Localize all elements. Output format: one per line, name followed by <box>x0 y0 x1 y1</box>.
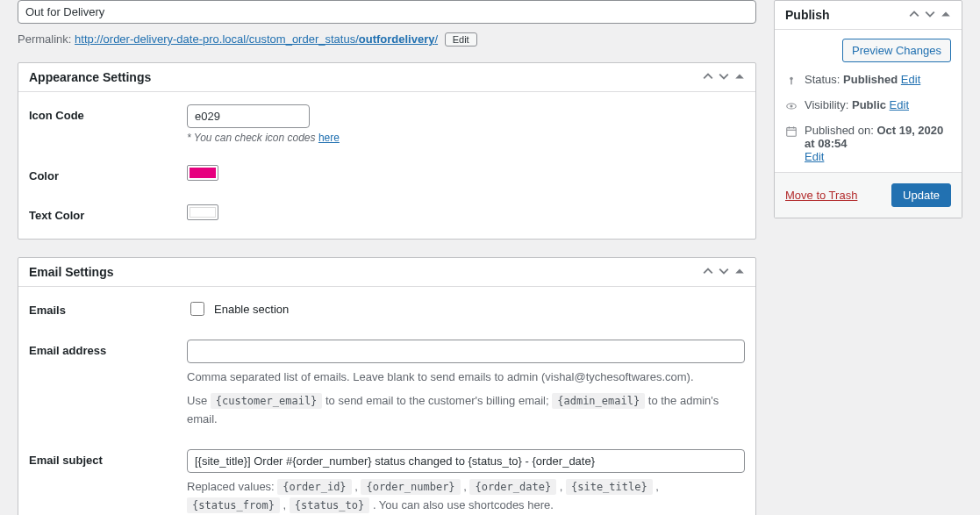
text-color-swatch-inner <box>190 207 216 218</box>
appearance-settings-box: Appearance Settings Icon Code * You can … <box>18 62 756 240</box>
text-color-label: Text Color <box>29 204 187 222</box>
move-up-icon[interactable] <box>703 265 713 279</box>
icon-code-hint: * You can check icon codes here <box>187 132 745 144</box>
code-status-from: {status_from} <box>187 497 280 513</box>
pin-icon <box>785 73 798 89</box>
code-order-id: {order_id} <box>277 479 351 495</box>
move-down-icon[interactable] <box>719 265 729 279</box>
toggle-panel-icon[interactable] <box>734 265 745 279</box>
email-address-desc1: Comma separated list of emails. Leave bl… <box>187 368 745 387</box>
permalink-row: Permalink: http://order-delivery-date-pr… <box>18 32 756 46</box>
visibility-value: Public <box>852 98 886 111</box>
text-color-picker[interactable] <box>187 204 218 220</box>
eye-icon <box>785 98 798 115</box>
code-admin-email: {admin_email} <box>552 393 645 409</box>
enable-section-checkbox[interactable] <box>190 302 204 316</box>
publish-box: Publish Preview Changes Status: Publishe… <box>774 0 962 218</box>
permalink-link[interactable]: http://order-delivery-date-pro.local/cus… <box>75 32 438 46</box>
email-address-input[interactable] <box>187 340 745 363</box>
code-site-title: {site_title} <box>566 479 653 495</box>
email-heading: Email Settings <box>29 265 113 279</box>
move-down-icon[interactable] <box>719 70 729 84</box>
email-subject-input[interactable] <box>187 449 745 473</box>
calendar-icon <box>785 124 798 140</box>
update-button[interactable]: Update <box>891 183 951 207</box>
code-status-to: {status_to} <box>290 497 369 513</box>
permalink-label: Permalink: <box>18 32 71 46</box>
date-edit-link[interactable]: Edit <box>805 150 824 163</box>
move-up-icon[interactable] <box>703 70 713 84</box>
permalink-edit-button[interactable]: Edit <box>445 32 477 46</box>
appearance-heading: Appearance Settings <box>29 70 151 84</box>
code-customer-email: {customer_email} <box>211 393 323 409</box>
visibility-edit-link[interactable]: Edit <box>890 98 909 111</box>
color-swatch-inner <box>190 168 216 178</box>
move-down-icon[interactable] <box>925 8 935 22</box>
publish-heading: Publish <box>785 8 830 22</box>
post-title-input[interactable] <box>18 0 756 24</box>
email-address-desc2: Use {customer_email} to send email to th… <box>187 392 745 429</box>
status-edit-link[interactable]: Edit <box>901 73 920 86</box>
email-address-label: Email address <box>29 340 187 357</box>
move-up-icon[interactable] <box>909 8 919 22</box>
svg-point-3 <box>790 104 792 107</box>
email-subject-label: Email subject <box>29 449 187 467</box>
toggle-panel-icon[interactable] <box>941 8 951 22</box>
color-label: Color <box>29 165 187 182</box>
icon-code-label: Icon Code <box>29 104 187 122</box>
toggle-panel-icon[interactable] <box>734 70 745 84</box>
emails-label: Emails <box>29 299 187 317</box>
icon-codes-here-link[interactable]: here <box>318 132 340 144</box>
code-order-date: {order_date} <box>469 479 556 495</box>
move-to-trash-link[interactable]: Move to Trash <box>785 189 857 202</box>
enable-section-label: Enable section <box>214 303 289 316</box>
code-order-number: {order_number} <box>361 479 460 495</box>
email-settings-box: Email Settings Emails Enable section <box>18 257 756 515</box>
status-value: Published <box>843 73 898 86</box>
icon-code-input[interactable] <box>187 104 310 128</box>
preview-changes-button[interactable]: Preview Changes <box>842 39 951 62</box>
color-picker[interactable] <box>187 165 218 181</box>
svg-rect-4 <box>787 128 797 137</box>
email-subject-desc: Replaced values: {order_id} , {order_num… <box>187 478 745 515</box>
svg-rect-1 <box>790 79 791 84</box>
